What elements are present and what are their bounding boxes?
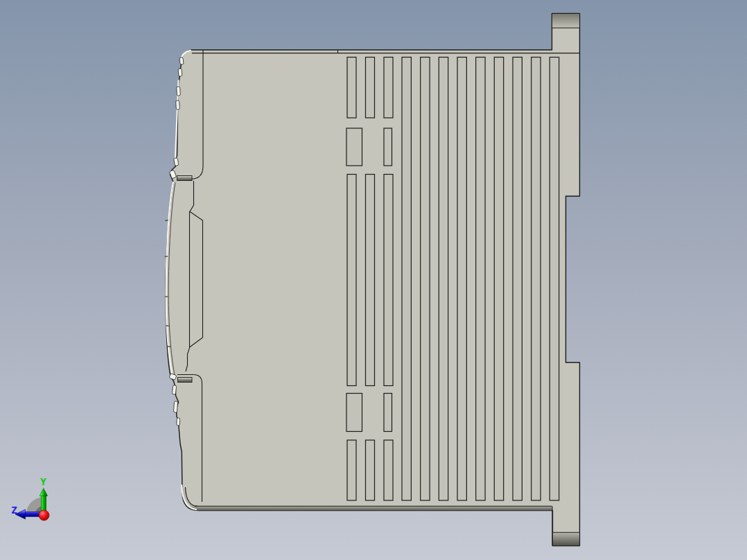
lower-ledge-bar [178,378,193,383]
edge-knob-highlight [177,87,181,96]
vent-slot[interactable] [513,58,522,501]
vent-slot[interactable] [421,58,430,501]
vent-slot[interactable] [384,128,392,166]
model-side-view[interactable] [165,14,580,546]
edge-knob-highlight [177,418,180,426]
bottom-tab-shading [553,532,579,545]
edge-knob-highlight [179,58,184,64]
vent-slot[interactable] [346,128,362,166]
vent-slot[interactable] [366,440,375,500]
z-axis-label: Z [11,505,17,516]
origin-point[interactable] [39,510,49,520]
vent-slot[interactable] [457,58,466,501]
y-axis-label: Y [40,476,46,487]
upper-ledge-bar [177,176,193,181]
vent-slot[interactable] [366,58,375,119]
edge-tick-mark [165,296,168,297]
vent-slot[interactable] [384,58,393,119]
edge-knob-highlight [172,385,176,394]
edge-knob-highlight [173,401,177,412]
vent-slot[interactable] [531,58,541,501]
vent-slot[interactable] [384,175,393,386]
vent-slot[interactable] [347,440,356,500]
edge-tick-mark [165,256,168,256]
vent-slot[interactable] [439,58,448,501]
vent-slot[interactable] [347,58,356,119]
top-tab-shading [552,14,579,28]
vent-slot[interactable] [494,58,503,501]
vent-slot[interactable] [347,175,356,386]
bottom-edge-shading [195,506,552,510]
edge-knob-highlight [178,69,182,76]
vent-slot[interactable] [476,58,485,501]
vent-slot[interactable] [384,394,392,432]
vent-slot[interactable] [402,58,411,501]
vent-slot[interactable] [384,440,393,500]
vent-slot[interactable] [346,394,362,432]
cad-viewport-canvas[interactable]: Y Z [0,0,747,560]
vent-slot[interactable] [550,58,559,501]
vent-slot[interactable] [366,175,375,386]
edge-knob-highlight [176,100,180,110]
